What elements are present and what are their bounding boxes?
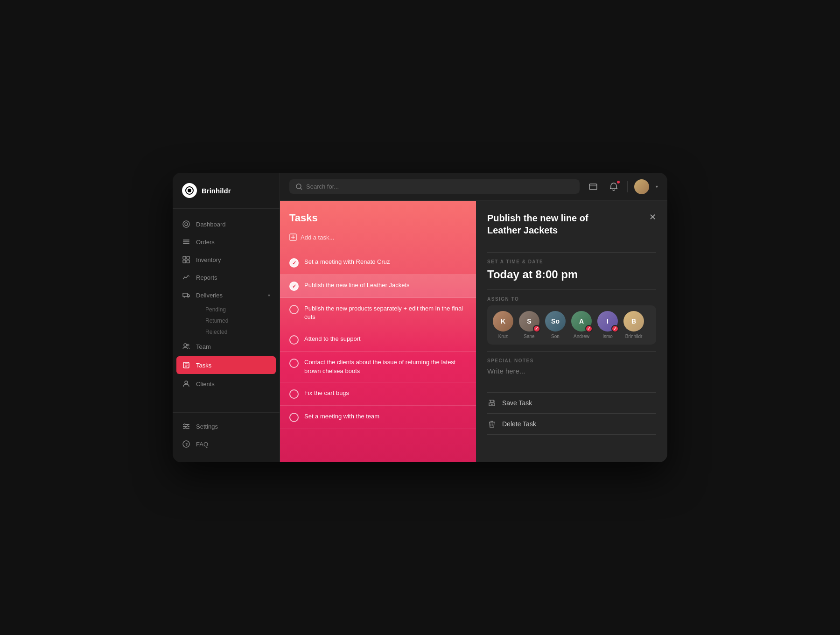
sub-returned[interactable]: Returned (196, 315, 280, 326)
task-item[interactable]: Contact the clients about the issue of r… (280, 352, 476, 382)
tasks-icon (182, 361, 190, 369)
user-dropdown-arrow[interactable]: ▾ (656, 184, 658, 189)
task-item[interactable]: Set a meeting with the team (280, 406, 476, 429)
svg-rect-30 (589, 184, 597, 190)
close-button[interactable]: ✕ (649, 212, 656, 222)
brand-logo (182, 183, 197, 198)
deliveries-submenu: Pending Returned Rejected (173, 304, 280, 338)
notification-icon[interactable] (607, 180, 621, 194)
sidebar-label-deliveries: Deliveries (196, 292, 223, 299)
sidebar-item-team[interactable]: Team (173, 338, 280, 355)
header-divider (627, 181, 628, 192)
sidebar-bottom: Settings ? FAQ (173, 412, 280, 462)
task-text-4: Attend to the support (304, 335, 361, 343)
son-avatar-img: So (545, 311, 566, 332)
task-checkbox-3[interactable] (289, 305, 299, 314)
faq-icon: ? (182, 440, 190, 448)
assignee-kruz[interactable]: K Kruz (493, 311, 513, 339)
assignee-avatar-andrew: A ✓ (571, 311, 592, 332)
user-avatar[interactable] (634, 179, 649, 194)
assignee-brinhildr[interactable]: B Brinhildr (623, 311, 644, 339)
sidebar-label-inventory: Inventory (196, 256, 221, 263)
tasks-panel: Tasks Add a task... Set a mee (280, 201, 476, 462)
svg-point-14 (187, 344, 189, 346)
assignee-ismo[interactable]: I ✓ Ismo (597, 311, 618, 339)
task-text-5: Contact the clients about the issue of r… (304, 358, 467, 375)
svg-point-12 (188, 296, 189, 298)
sidebar-item-clients[interactable]: Clients (173, 375, 280, 393)
deliveries-icon (182, 291, 190, 299)
svg-rect-5 (183, 241, 189, 242)
save-task-button[interactable]: Save Task (487, 392, 656, 413)
task-item[interactable]: Set a meeting with Renato Cruz (280, 251, 476, 275)
divider-2 (487, 289, 656, 290)
svg-line-29 (301, 188, 302, 190)
body-area: Tasks Add a task... Set a mee (280, 201, 667, 462)
sub-rejected[interactable]: Rejected (196, 326, 280, 338)
task-text-6: Fix the cart bugs (304, 389, 349, 397)
tasks-title: Tasks (289, 212, 467, 224)
task-item-selected[interactable]: Publish the new line of Leather Jackets (280, 275, 476, 298)
assignee-sane[interactable]: S ✓ Sane (519, 311, 539, 339)
sidebar-item-deliveries[interactable]: Deliveries ▾ (173, 286, 280, 304)
assign-label: ASSIGN TO (487, 296, 656, 302)
sidebar-item-inventory[interactable]: Inventory (173, 251, 280, 268)
sidebar-label-orders: Orders (196, 239, 215, 246)
task-checkbox-6[interactable] (289, 389, 299, 399)
svg-rect-8 (187, 256, 189, 259)
window-icon[interactable] (586, 180, 600, 194)
kruz-avatar-img: K (493, 311, 513, 332)
assignee-avatar-brinhildr: B (623, 311, 644, 332)
task-item[interactable]: Attend to the support (280, 328, 476, 352)
notification-dot (617, 181, 620, 183)
sidebar-item-tasks[interactable]: Tasks (176, 356, 276, 374)
assignee-name-sane: Sane (524, 334, 534, 339)
task-checkbox-5[interactable] (289, 359, 299, 368)
assignee-andrew[interactable]: A ✓ Andrew (571, 311, 592, 339)
search-bar[interactable] (289, 179, 580, 194)
reports-icon (182, 273, 190, 282)
task-checkbox-4[interactable] (289, 335, 299, 345)
deliveries-arrow: ▾ (268, 293, 270, 298)
task-item[interactable]: Publish the new products separately + ed… (280, 298, 476, 328)
save-task-label: Save Task (502, 399, 532, 407)
svg-rect-9 (183, 260, 186, 263)
sidebar-label-faq: FAQ (196, 441, 208, 448)
sidebar-item-dashboard[interactable]: Dashboard (173, 215, 280, 233)
assignee-avatar-son: So (545, 311, 566, 332)
search-input[interactable] (306, 183, 573, 190)
datetime-section: SET A TIME & DATE Today at 8:00 pm (487, 259, 656, 283)
svg-point-19 (185, 381, 188, 384)
task-checkbox-2[interactable] (289, 282, 299, 291)
svg-point-2 (183, 221, 189, 227)
detail-title: Publish the new line of Leather Jackets (487, 212, 618, 236)
svg-point-3 (185, 223, 188, 226)
assignee-son[interactable]: So Son (545, 311, 566, 339)
svg-point-11 (184, 296, 185, 298)
sidebar-item-settings[interactable]: Settings (173, 417, 280, 435)
task-text-7: Set a meeting with the team (304, 412, 379, 421)
task-checkbox-1[interactable] (289, 258, 299, 268)
sidebar-label-tasks: Tasks (196, 362, 211, 369)
brand: Brinhildr (173, 173, 280, 209)
header-actions: ▾ (586, 179, 658, 194)
sidebar-item-faq[interactable]: ? FAQ (173, 435, 280, 453)
svg-rect-10 (187, 260, 189, 263)
sidebar-item-reports[interactable]: Reports (173, 268, 280, 286)
sidebar-label-clients: Clients (196, 381, 215, 388)
delete-task-button[interactable]: Delete Task (487, 413, 656, 435)
notes-input[interactable] (487, 367, 656, 383)
add-task-label: Add a task... (301, 234, 334, 241)
detail-header: Publish the new line of Leather Jackets … (487, 212, 656, 236)
brinhildr-avatar-img: B (623, 311, 644, 332)
task-checkbox-7[interactable] (289, 413, 299, 422)
svg-point-28 (296, 184, 301, 189)
task-item[interactable]: Fix the cart bugs (280, 382, 476, 406)
add-task-button[interactable]: Add a task... (289, 231, 467, 244)
sidebar-nav: Dashboard Orders (173, 209, 280, 412)
svg-rect-6 (183, 243, 189, 244)
sub-pending[interactable]: Pending (196, 304, 280, 315)
assignee-avatar-kruz: K (493, 311, 513, 332)
delete-task-label: Delete Task (502, 420, 536, 428)
sidebar-item-orders[interactable]: Orders (173, 233, 280, 251)
